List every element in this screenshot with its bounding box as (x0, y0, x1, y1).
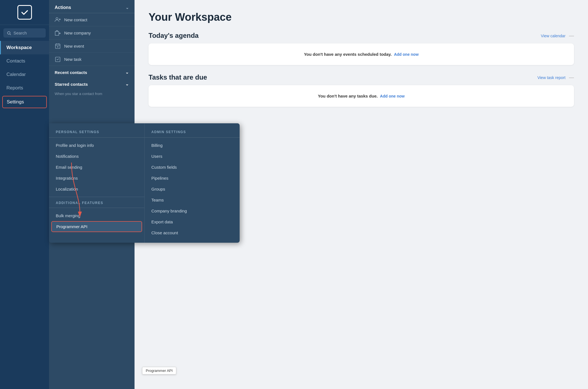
starred-contacts-desc: When you star a contact from (49, 89, 135, 99)
admin-settings-title: ADMIN SETTINGS (145, 128, 240, 138)
left-sidebar: Search Workspace Contacts Calendar Repor… (0, 0, 49, 389)
view-calendar-link[interactable]: View calendar (541, 34, 566, 38)
pipelines-item[interactable]: Pipelines (145, 173, 240, 184)
integrations-item[interactable]: Integrations (49, 173, 144, 184)
new-contact-item[interactable]: New contact (49, 13, 135, 26)
add-event-link[interactable]: Add one now (394, 52, 419, 57)
tasks-section-header: Tasks that are due View task report ― (149, 73, 574, 81)
new-event-label: New event (64, 44, 84, 48)
close-account-item[interactable]: Close account (145, 227, 240, 238)
new-task-label: New task (64, 57, 82, 62)
view-task-report-link[interactable]: View task report (537, 75, 565, 80)
custom-fields-item[interactable]: Custom fields (145, 162, 240, 173)
page-title: Your Workspace (149, 11, 574, 23)
svg-point-0 (8, 31, 10, 34)
svg-line-1 (10, 34, 11, 35)
company-branding-item[interactable]: Company branding (145, 205, 240, 216)
localization-item[interactable]: Localization (49, 184, 144, 194)
new-company-item[interactable]: New company (49, 26, 135, 40)
profile-item[interactable]: Profile and login info (49, 140, 144, 151)
logo[interactable] (0, 0, 49, 25)
agenda-empty: You don't have any events scheduled toda… (157, 52, 566, 57)
personal-settings-title: PERSONAL SETTINGS (49, 128, 144, 138)
new-company-icon (55, 30, 61, 36)
svg-point-2 (56, 18, 58, 20)
email-sending-item[interactable]: Email sending (49, 162, 144, 173)
logo-icon (20, 8, 29, 17)
settings-dropdown: PERSONAL SETTINGS Profile and login info… (49, 123, 240, 243)
recent-contacts-label: Recent contacts (55, 70, 87, 75)
search-button[interactable]: Search (3, 28, 46, 38)
svg-rect-5 (55, 31, 59, 35)
sidebar-item-contacts[interactable]: Contacts (0, 54, 49, 68)
recent-contacts-header[interactable]: Recent contacts ⌄ (49, 66, 135, 78)
agenda-card: You don't have any events scheduled toda… (149, 43, 574, 65)
new-contact-icon (55, 17, 61, 23)
export-data-item[interactable]: Export data (145, 216, 240, 227)
programmer-api-item[interactable]: Programmer API (51, 221, 142, 232)
new-task-item[interactable]: New task (49, 53, 135, 66)
teams-item[interactable]: Teams (145, 194, 240, 205)
personal-settings-col: PERSONAL SETTINGS Profile and login info… (49, 123, 144, 243)
starred-contacts-chevron[interactable]: ⌄ (125, 82, 129, 87)
starred-contacts-header[interactable]: Starred contacts ⌄ (49, 78, 135, 89)
users-item[interactable]: Users (145, 151, 240, 162)
billing-item[interactable]: Billing (145, 140, 240, 151)
groups-item[interactable]: Groups (145, 184, 240, 194)
starred-contacts-label: Starred contacts (55, 82, 88, 87)
tasks-title: Tasks that are due (149, 73, 207, 81)
new-task-icon (55, 56, 61, 62)
add-task-link[interactable]: Add one now (380, 94, 405, 98)
new-event-icon (55, 43, 61, 49)
tasks-collapse[interactable]: ― (569, 75, 574, 80)
actions-label: Actions (55, 5, 71, 10)
actions-header[interactable]: Actions ⌄ (49, 0, 135, 13)
search-label: Search (13, 31, 27, 35)
sidebar-item-calendar[interactable]: Calendar (0, 68, 49, 81)
search-icon (7, 31, 11, 35)
tasks-card: You don't have any tasks due. Add one no… (149, 85, 574, 107)
sidebar-item-settings[interactable]: Settings (2, 96, 47, 108)
additional-features-title: ADDITIONAL FEATURES (49, 197, 144, 208)
sidebar-item-workspace[interactable]: Workspace (0, 41, 49, 54)
agenda-section-header: Today's agenda View calendar ― (149, 32, 574, 40)
tasks-empty: You don't have any tasks due. Add one no… (157, 94, 566, 98)
agenda-collapse[interactable]: ― (569, 33, 574, 38)
programmer-api-tooltip: Programmer API (142, 367, 176, 374)
sidebar-item-reports[interactable]: Reports (0, 81, 49, 95)
bulk-merging-item[interactable]: Bulk merging (49, 210, 144, 221)
actions-chevron[interactable]: ⌄ (126, 5, 129, 10)
new-event-item[interactable]: New event (49, 40, 135, 53)
new-contact-label: New contact (64, 17, 87, 22)
admin-settings-col: ADMIN SETTINGS Billing Users Custom fiel… (144, 123, 240, 243)
agenda-title: Today's agenda (149, 32, 199, 40)
recent-contacts-chevron[interactable]: ⌄ (125, 70, 129, 75)
new-company-label: New company (64, 31, 91, 35)
notifications-item[interactable]: Notifications (49, 151, 144, 162)
main-nav: Workspace Contacts Calendar Reports Sett… (0, 41, 49, 389)
